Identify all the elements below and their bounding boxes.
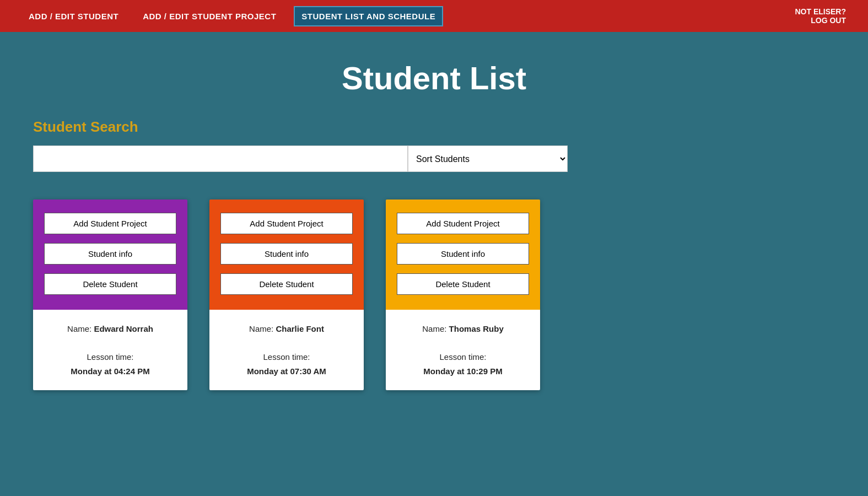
card-bottom: Name: Thomas Ruby Lesson time: Monday at… (386, 310, 540, 390)
search-row: Sort Students Name A-Z Name Z-A Time Asc… (33, 145, 835, 172)
student-card: Add Student Project Student info Delete … (33, 200, 187, 390)
page-title: Student List (33, 60, 835, 96)
student-name: Name: Thomas Ruby (397, 322, 529, 336)
search-input[interactable] (33, 145, 408, 172)
nav-student-list[interactable]: STUDENT LIST AND SCHEDULE (294, 6, 443, 26)
add-student-project-button[interactable]: Add Student Project (44, 213, 176, 234)
card-bottom: Name: Edward Norrah Lesson time: Monday … (33, 310, 187, 390)
student-card: Add Student Project Student info Delete … (386, 200, 540, 390)
student-info-button[interactable]: Student info (44, 243, 176, 265)
nav-add-edit-student[interactable]: ADD / EDIT STUDENT (22, 7, 125, 25)
student-info-button[interactable]: Student info (397, 243, 529, 265)
card-top: Add Student Project Student info Delete … (33, 200, 187, 310)
main-nav: ADD / EDIT STUDENT ADD / EDIT STUDENT PR… (0, 0, 868, 32)
card-top: Add Student Project Student info Delete … (209, 200, 364, 310)
card-bottom: Name: Charlie Font Lesson time: Monday a… (209, 310, 364, 390)
cards-container: Add Student Project Student info Delete … (33, 200, 835, 390)
lesson-label: Lesson time: (397, 350, 529, 364)
lesson-time: Monday at 10:29 PM (397, 364, 529, 379)
card-top: Add Student Project Student info Delete … (386, 200, 540, 310)
delete-student-button[interactable]: Delete Student (397, 273, 529, 295)
lesson-time: Monday at 04:24 PM (44, 364, 176, 379)
logout-button[interactable]: NOT ELISER? LOG OUT (795, 7, 846, 25)
delete-student-button[interactable]: Delete Student (220, 273, 353, 295)
add-student-project-button[interactable]: Add Student Project (220, 213, 353, 234)
student-name: Name: Charlie Font (220, 322, 353, 336)
nav-add-edit-project[interactable]: ADD / EDIT STUDENT PROJECT (136, 7, 283, 25)
student-info-button[interactable]: Student info (220, 243, 353, 265)
delete-student-button[interactable]: Delete Student (44, 273, 176, 295)
student-name: Name: Edward Norrah (44, 322, 176, 336)
lesson-label: Lesson time: (44, 350, 176, 364)
main-content: Student List Student Search Sort Student… (0, 32, 868, 407)
lesson-label: Lesson time: (220, 350, 353, 364)
lesson-time: Monday at 07:30 AM (220, 364, 353, 379)
student-card: Add Student Project Student info Delete … (209, 200, 364, 390)
sort-select[interactable]: Sort Students Name A-Z Name Z-A Time Asc… (408, 145, 568, 172)
add-student-project-button[interactable]: Add Student Project (397, 213, 529, 234)
search-label: Student Search (33, 118, 835, 136)
search-section: Student Search Sort Students Name A-Z Na… (33, 118, 835, 172)
